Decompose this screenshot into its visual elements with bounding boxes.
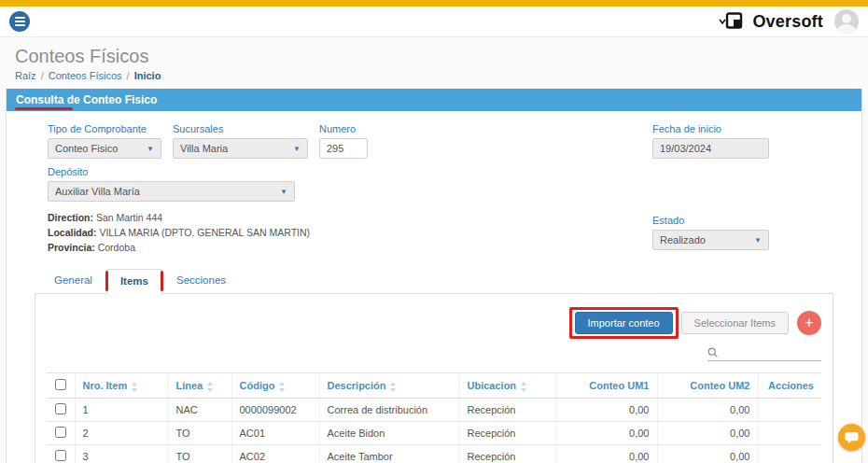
numero-input[interactable]: [319, 138, 368, 159]
app-header: Oversoft: [0, 7, 868, 37]
actions-toolbar: Importar conteo Seleccionar Items +: [47, 311, 821, 335]
filters-row: Tipo de Comprobante Conteo Fisico ▼ Sucu…: [48, 123, 828, 159]
sort-icon[interactable]: [207, 382, 214, 392]
panel-body: Tipo de Comprobante Conteo Fisico ▼ Sucu…: [7, 111, 861, 463]
estado-label: Estado: [652, 215, 769, 226]
tab-bar: General Items Secciones: [40, 268, 828, 294]
table-row: 2 TO AC01 Aceite Bidon Recepción 0,00 0,…: [47, 422, 821, 445]
oversoft-logo-icon: [719, 11, 747, 32]
row-checkbox[interactable]: [55, 427, 66, 438]
cell-conteo-um2: 0,00: [657, 445, 758, 463]
select-all-checkbox[interactable]: [55, 379, 66, 390]
tab-general[interactable]: General: [40, 268, 106, 293]
localidad-label: Localidad:: [48, 227, 97, 238]
estado-select[interactable]: Realizado ▼: [652, 230, 769, 250]
cell-acciones: [758, 399, 821, 422]
sucursales-value: Villa Maria: [180, 143, 228, 154]
panel-header: Consulta de Conteo Fisico: [7, 89, 861, 111]
items-tab-content: Importar conteo Seleccionar Items +: [35, 293, 833, 463]
col-codigo[interactable]: Código: [231, 373, 319, 399]
chat-bubble-icon: [845, 431, 859, 444]
tab-items[interactable]: Items: [106, 269, 162, 294]
cell-nro-item: 2: [75, 422, 168, 445]
chevron-down-icon: ▼: [147, 145, 154, 153]
user-avatar[interactable]: [834, 9, 859, 34]
tipo-comprobante-label: Tipo de Comprobante: [48, 123, 161, 134]
cell-codigo: AC02: [231, 445, 319, 463]
cell-codigo: 0000099002: [231, 399, 319, 422]
cell-linea: NAC: [168, 399, 231, 422]
sort-icon[interactable]: [132, 382, 138, 392]
deposito-group: Depósito Auxiliar Villa María ▼: [48, 166, 295, 202]
search-field[interactable]: [707, 346, 821, 361]
cell-conteo-um2: 0,00: [657, 422, 758, 445]
annotation-mark-left: [105, 271, 108, 291]
col-descripcion[interactable]: Descripción: [319, 373, 459, 399]
cell-codigo: AC01: [231, 422, 319, 445]
cell-descripcion: Aceite Bidon: [319, 422, 459, 445]
search-icon: [707, 346, 718, 358]
seleccionar-items-button[interactable]: Seleccionar Items: [681, 312, 789, 334]
address-info-row: Direction: San Martin 444 Localidad: VIL…: [48, 211, 828, 255]
sucursales-label: Sucursales: [173, 123, 308, 134]
sucursales-select[interactable]: Villa Maria ▼: [173, 138, 308, 159]
direction-label: Direction:: [48, 212, 93, 223]
col-acciones: Acciones: [758, 373, 821, 399]
breadcrumb: Raíz/ Conteos Físicos/ Inicio: [15, 70, 868, 81]
provincia-value: Cordoba: [95, 242, 135, 253]
brand-name: Oversoft: [752, 12, 823, 32]
chevron-down-icon: ▼: [293, 145, 301, 153]
chevron-down-icon: ▼: [280, 188, 287, 196]
col-conteo-um1[interactable]: Conteo UM1: [556, 373, 657, 399]
chevron-down-icon: ▼: [754, 236, 762, 245]
brand-logo: Oversoft: [719, 11, 823, 32]
numero-label: Numero: [319, 123, 368, 134]
direction-value: San Martin 444: [93, 212, 162, 223]
breadcrumb-inicio[interactable]: Inicio: [134, 70, 161, 81]
breadcrumb-raiz[interactable]: Raíz: [15, 70, 36, 81]
cell-nro-item: 3: [75, 445, 168, 463]
annotation-underline: [15, 107, 73, 110]
importar-conteo-button[interactable]: Importar conteo: [575, 312, 673, 334]
hamburger-menu-button[interactable]: [9, 11, 30, 32]
sort-icon[interactable]: [521, 382, 527, 392]
add-item-button[interactable]: +: [797, 311, 821, 335]
col-ubicacion[interactable]: Ubicacion: [459, 373, 556, 399]
cell-descripcion: Aceite Tambor: [319, 445, 459, 463]
tipo-comprobante-value: Conteo Fisico: [55, 143, 118, 154]
estado-value: Realizado: [660, 234, 706, 246]
localidad-value: VILLA MARIA (DPTO. GENERAL SAN MARTIN): [97, 227, 311, 238]
top-accent-bar: [0, 0, 868, 7]
cell-conteo-um1: 0,00: [556, 422, 657, 445]
chat-fab-button[interactable]: [838, 424, 865, 451]
cell-conteo-um1: 0,00: [556, 399, 657, 422]
row-checkbox[interactable]: [55, 450, 66, 461]
tipo-comprobante-select[interactable]: Conteo Fisico ▼: [48, 138, 161, 159]
deposito-select[interactable]: Auxiliar Villa María ▼: [48, 181, 295, 202]
table-header-row: Nro. Item Línea Código Descripción Ubica…: [47, 373, 821, 399]
breadcrumb-conteos[interactable]: Conteos Físicos: [49, 70, 122, 81]
fecha-inicio-label: Fecha de inicio: [652, 123, 769, 134]
col-nro-item[interactable]: Nro. Item: [75, 373, 168, 399]
sort-icon[interactable]: [390, 382, 397, 392]
page-title: Conteos Físicos: [15, 46, 868, 67]
table-row: 1 NAC 0000099002 Correa de distribución …: [47, 399, 821, 422]
fecha-inicio-input[interactable]: [652, 138, 769, 159]
breadcrumb-separator: /: [41, 70, 44, 81]
cell-conteo-um1: 0,00: [556, 445, 657, 463]
sort-icon[interactable]: [279, 382, 286, 392]
panel-header-title: Consulta de Conteo Fisico: [16, 93, 157, 106]
cell-ubicacion: Recepción: [459, 422, 556, 445]
cell-conteo-um2: 0,00: [657, 399, 758, 422]
col-linea[interactable]: Línea: [168, 373, 231, 399]
cell-linea: TO: [168, 422, 231, 445]
search-input[interactable]: [722, 347, 821, 358]
cell-linea: TO: [168, 445, 231, 463]
consulta-panel: Consulta de Conteo Fisico Tipo de Compro…: [6, 89, 862, 463]
search-row: [47, 346, 821, 361]
col-conteo-um2[interactable]: Conteo UM2: [657, 373, 758, 399]
cell-acciones: [758, 445, 821, 463]
tab-secciones[interactable]: Secciones: [162, 268, 240, 293]
row-checkbox[interactable]: [55, 403, 66, 414]
deposito-value: Auxiliar Villa María: [55, 186, 140, 197]
